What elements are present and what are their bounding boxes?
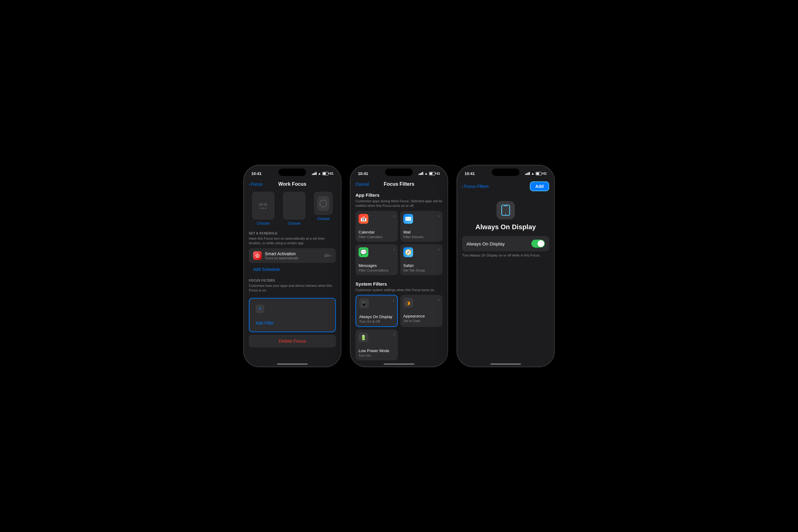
signal-bar — [420, 173, 421, 175]
smart-activation-subtitle: Turns on automatically — [265, 256, 321, 260]
svg-rect-1 — [504, 206, 507, 206]
calendar-chevron — [394, 214, 395, 218]
home-indicator-2 — [384, 363, 414, 365]
calendar-card-top: 📅 — [359, 214, 395, 224]
smart-activation-title: Smart Activation — [265, 251, 321, 256]
lowpower-icon: 🔋 — [359, 332, 368, 342]
preview-phone-device: 10:41 — [252, 192, 274, 220]
signal-bars-1 — [312, 172, 317, 175]
power-icon: ⏻ — [253, 251, 262, 260]
mail-icon: ✉️ — [403, 214, 413, 224]
lowpower-filter-card[interactable]: 🔋 Low Power Mode Turn On — [356, 329, 398, 360]
calendar-title: Calendar — [359, 230, 395, 234]
app-filters-header: App Filters — [350, 189, 448, 199]
status-icons-1: ▲ 61 — [312, 172, 334, 175]
preview-item-phone1[interactable]: 10:41 Choose — [252, 192, 274, 226]
status-icons-2: ▲ 61 — [419, 172, 440, 175]
mail-chevron — [438, 214, 439, 218]
scene: 10:41 ▲ 61 ‹ Focus — [231, 153, 567, 379]
add-schedule-button[interactable]: Add Schedule — [253, 267, 280, 272]
schedule-header: SET A SCHEDULE — [244, 229, 341, 236]
add-filter-button[interactable]: + Add Filter — [249, 298, 336, 332]
aod-sub: Turn On & Off — [359, 320, 394, 323]
calendar-icon: 📅 — [359, 214, 368, 224]
p2-cancel-button[interactable]: Cancel — [356, 182, 369, 187]
preview-item-watch[interactable]: Choose — [314, 192, 332, 226]
battery-label-2: 61 — [437, 172, 440, 175]
signal-bar — [527, 173, 527, 175]
safari-card-top: 🧭 — [403, 247, 439, 257]
preview-item-phone2[interactable]: Choose — [283, 192, 305, 226]
phone-3: 10:41 ▲ 61 ‹ Focus Filters — [457, 165, 555, 367]
battery-icon-2 — [429, 172, 435, 175]
preview-label-1: Choose — [257, 221, 269, 226]
dot — [265, 207, 266, 209]
aod-hero-section: Always On Display — [457, 194, 554, 236]
aod-filter-card[interactable]: 📱 Always On Display Turn On & Off — [356, 295, 398, 327]
watch-hands — [320, 200, 327, 207]
p1-navigation: ‹ Focus Work Focus — [244, 179, 341, 189]
p3-navigation: ‹ Focus Filters Add — [457, 179, 554, 194]
phone-1: 10:41 ▲ 61 ‹ Focus — [243, 165, 341, 367]
focus-filters-subtext: Customize how your apps and device behav… — [244, 283, 341, 296]
aod-chevron — [393, 299, 394, 303]
dynamic-island-3 — [492, 169, 519, 176]
appearance-icon: ◑ — [403, 298, 413, 308]
messages-filter-card[interactable]: 💬 Messages Filter Conversations — [356, 244, 398, 275]
safari-filter-card[interactable]: 🧭 Safari Set Tab Group — [400, 244, 442, 275]
dot — [260, 207, 261, 209]
preview-watch-device — [314, 192, 332, 215]
appearance-filter-card[interactable]: ◑ Appearance Set to Dark — [400, 295, 442, 327]
smart-activation-on: On — [324, 253, 329, 258]
safari-title: Safari — [403, 263, 439, 268]
p3-back-button[interactable]: ‹ Focus Filters — [462, 184, 489, 189]
messages-chevron — [394, 247, 395, 252]
mail-filter-card[interactable]: ✉️ Mail Filter Inboxes — [400, 211, 442, 242]
svg-point-2 — [505, 214, 506, 215]
delete-focus-button[interactable]: Delete Focus — [249, 335, 336, 347]
chevron-icon — [330, 253, 331, 258]
signal-bar — [422, 172, 423, 175]
signal-bars-2 — [419, 172, 423, 175]
aod-toggle-switch[interactable] — [531, 240, 545, 248]
safari-sub: Set Tab Group — [403, 268, 439, 272]
safari-icon: 🧭 — [403, 247, 413, 257]
p2-navigation: Cancel Focus Filters — [350, 179, 448, 189]
p3-add-button[interactable]: Add — [530, 182, 549, 191]
home-indicator-3 — [490, 363, 521, 365]
phone-2: 10:41 ▲ 61 Cancel Focus Filters — [350, 165, 448, 367]
appearance-chevron — [438, 298, 439, 302]
smart-activation-item[interactable]: ⏻ Smart Activation Turns on automaticall… — [249, 248, 336, 263]
aod-toggle-label: Always On Display — [467, 241, 505, 246]
preview-phone-dots — [260, 207, 266, 209]
add-filter-plus-icon: + — [255, 305, 264, 313]
battery-fill-2 — [430, 173, 433, 175]
dot — [262, 207, 264, 209]
focus-filters-header: FOCUS FILTERS — [244, 277, 341, 283]
lowpower-chevron — [394, 332, 395, 337]
phone-2-content: Cancel Focus Filters App Filters Customi… — [350, 179, 448, 360]
wifi-icon-2: ▲ — [424, 172, 428, 175]
lowpower-title: Low Power Mode — [359, 348, 395, 353]
app-filters-grid: 📅 Calendar Filter Calendars ✉️ Mail Filt… — [350, 211, 448, 278]
aod-toggle-row[interactable]: Always On Display — [462, 236, 549, 251]
p2-title: Focus Filters — [384, 182, 414, 187]
calendar-filter-card[interactable]: 📅 Calendar Filter Calendars — [356, 211, 398, 242]
messages-title: Messages — [359, 263, 395, 268]
phone-1-content: ‹ Focus Work Focus 10:41 Cho — [244, 179, 341, 360]
aod-title: Always On Display — [359, 315, 394, 319]
signal-bar — [525, 174, 526, 175]
p1-back-button[interactable]: ‹ Focus — [249, 182, 263, 187]
lowpower-sub: Turn On — [359, 354, 395, 357]
calendar-sub: Filter Calendars — [359, 235, 395, 239]
system-filters-grid: 📱 Always On Display Turn On & Off ◑ Appe… — [350, 295, 448, 360]
preview-label-3: Choose — [317, 217, 330, 221]
preview-grid — [292, 201, 296, 211]
phone-3-content: ‹ Focus Filters Add Always On Display — [457, 179, 554, 360]
dynamic-island-1 — [279, 169, 306, 176]
status-time-1: 10:41 — [251, 171, 261, 176]
signal-bar — [419, 174, 420, 175]
signal-bar — [312, 174, 313, 175]
system-filters-sub: Customize system settings when this Focu… — [350, 288, 448, 295]
status-time-2: 10:41 — [358, 171, 368, 176]
